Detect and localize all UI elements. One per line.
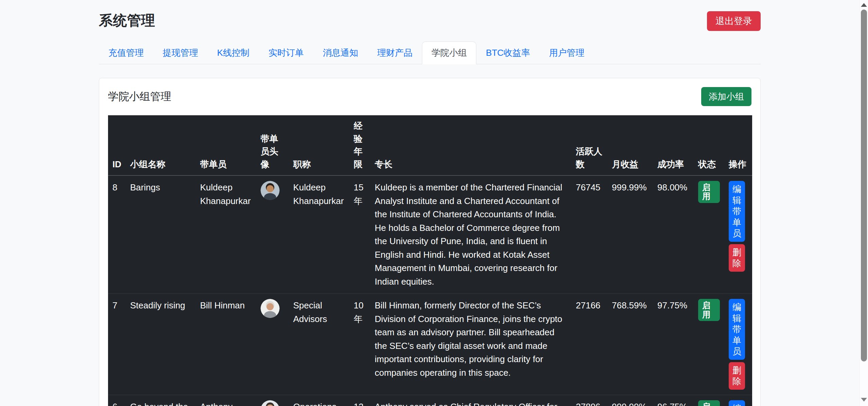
nav-tabs: 充值管理 提现管理 K线控制 实时订单 消息通知 理财产品 学院小组 BTC收益… — [99, 41, 761, 64]
cell-group-name: Steadily rising — [126, 294, 196, 395]
col-job-title: 职称 — [289, 115, 349, 175]
status-badge: 启用 — [698, 181, 720, 203]
cell-monthly-return: 999.99% — [607, 175, 653, 294]
cell-avatar — [256, 395, 289, 406]
cell-group-name: Go beyond the limit and achieve daily in… — [126, 395, 196, 406]
col-monthly-return: 月收益 — [607, 115, 653, 175]
trader-avatar — [261, 299, 280, 318]
cell-active-users: 37896 — [571, 395, 607, 406]
add-group-button[interactable]: 添加小组 — [701, 87, 751, 106]
status-badge: 启用 — [698, 400, 720, 406]
cell-status: 启用 — [694, 175, 724, 294]
tab-message-notification[interactable]: 消息通知 — [313, 41, 368, 64]
vertical-scrollbar[interactable] — [860, 0, 868, 406]
col-trader: 带单员 — [196, 115, 256, 175]
cell-avatar — [256, 175, 289, 294]
tab-realtime-orders[interactable]: 实时订单 — [259, 41, 313, 64]
tab-recharge-management[interactable]: 充值管理 — [99, 41, 153, 64]
delete-button[interactable]: 删除 — [729, 362, 745, 390]
cell-success-rate: 96.75% — [653, 395, 694, 406]
tab-user-management[interactable]: 用户管理 — [539, 41, 594, 64]
cell-active-users: 27166 — [571, 294, 607, 395]
panel-title: 学院小组管理 — [108, 89, 171, 104]
cell-trader: Kuldeep Khanapurkar — [196, 175, 256, 294]
cell-success-rate: 98.00% — [653, 175, 694, 294]
cell-experience-years: 12 年 — [349, 395, 370, 406]
trader-avatar — [261, 181, 280, 200]
cell-success-rate: 97.75% — [653, 294, 694, 395]
table-row: 6 Go beyond the limit and achieve daily … — [108, 395, 752, 406]
cell-id: 7 — [108, 294, 126, 395]
cell-specialty: Anthony served as Chief Regulatory Offic… — [370, 395, 571, 406]
cell-monthly-return: 768.59% — [607, 294, 653, 395]
cell-active-users: 76745 — [571, 175, 607, 294]
col-group-name: 小组名称 — [126, 115, 196, 175]
col-specialty: 专长 — [370, 115, 571, 175]
cell-trader: Bill Hinman — [196, 294, 256, 395]
scrollbar-up-arrow-icon[interactable] — [861, 3, 867, 7]
cell-monthly-return: 999.99% — [607, 395, 653, 406]
tab-academy-groups[interactable]: 学院小组 — [422, 41, 476, 64]
cell-avatar — [256, 294, 289, 395]
scrollbar-thumb[interactable] — [861, 10, 867, 361]
col-status: 状态 — [694, 115, 724, 175]
groups-table: ID 小组名称 带单员 带单员头像 职称 经验年限 专长 活跃人数 月收益 成功… — [108, 115, 752, 406]
tab-btc-yield-rate[interactable]: BTC收益率 — [476, 41, 539, 64]
cell-specialty: Kuldeep is a member of the Chartered Fin… — [370, 175, 571, 294]
academy-group-panel: 学院小组管理 添加小组 ID 小组名称 带单员 带单员头像 职称 — [99, 78, 761, 406]
delete-button[interactable]: 删除 — [729, 244, 745, 272]
col-success-rate: 成功率 — [653, 115, 694, 175]
tab-withdrawal-management[interactable]: 提现管理 — [153, 41, 208, 64]
cell-actions: 编辑带单员 删除 — [724, 175, 752, 294]
cell-job-title: Operations — [289, 395, 349, 406]
tab-kline-control[interactable]: K线控制 — [208, 41, 259, 64]
cell-status: 启用 — [694, 294, 724, 395]
edit-trader-button[interactable]: 编辑带单员 — [729, 299, 745, 360]
cell-actions: 编辑带单员 删除 — [724, 395, 752, 406]
cell-experience-years: 15 年 — [349, 175, 370, 294]
edit-trader-button[interactable]: 编辑带单员 — [729, 400, 745, 406]
edit-trader-button[interactable]: 编辑带单员 — [729, 181, 745, 242]
trader-avatar — [261, 400, 280, 406]
tab-wealth-products[interactable]: 理财产品 — [368, 41, 422, 64]
cell-trader: Anthony Albanese — [196, 395, 256, 406]
cell-actions: 编辑带单员 删除 — [724, 294, 752, 395]
col-trader-avatar: 带单员头像 — [256, 115, 289, 175]
page-header: 系统管理 退出登录 — [99, 11, 761, 31]
table-row: 8 Barings Kuldeep Khanapurkar Kuldeep Kh — [108, 175, 752, 294]
cell-specialty: Bill Hinman, formerly Director of the SE… — [370, 294, 571, 395]
cell-job-title: Special Advisors — [289, 294, 349, 395]
col-actions: 操作 — [724, 115, 752, 175]
cell-status: 启用 — [694, 395, 724, 406]
table-header-row: ID 小组名称 带单员 带单员头像 职称 经验年限 专长 活跃人数 月收益 成功… — [108, 115, 752, 175]
cell-id: 6 — [108, 395, 126, 406]
cell-experience-years: 10 年 — [349, 294, 370, 395]
cell-job-title: Kuldeep Khanapurkar — [289, 175, 349, 294]
col-experience-years: 经验年限 — [349, 115, 370, 175]
logout-button[interactable]: 退出登录 — [707, 11, 761, 31]
page-title: 系统管理 — [99, 11, 155, 30]
scrollbar-down-arrow-icon[interactable] — [861, 398, 867, 402]
status-badge: 启用 — [698, 299, 720, 321]
table-row: 7 Steadily rising Bill Hinman Special Ad — [108, 294, 752, 395]
cell-id: 8 — [108, 175, 126, 294]
col-id: ID — [108, 115, 126, 175]
content-area: 系统管理 退出登录 充值管理 提现管理 K线控制 实时订单 消息通知 理财产品 … — [0, 0, 860, 406]
cell-group-name: Barings — [126, 175, 196, 294]
col-active-users: 活跃人数 — [571, 115, 607, 175]
